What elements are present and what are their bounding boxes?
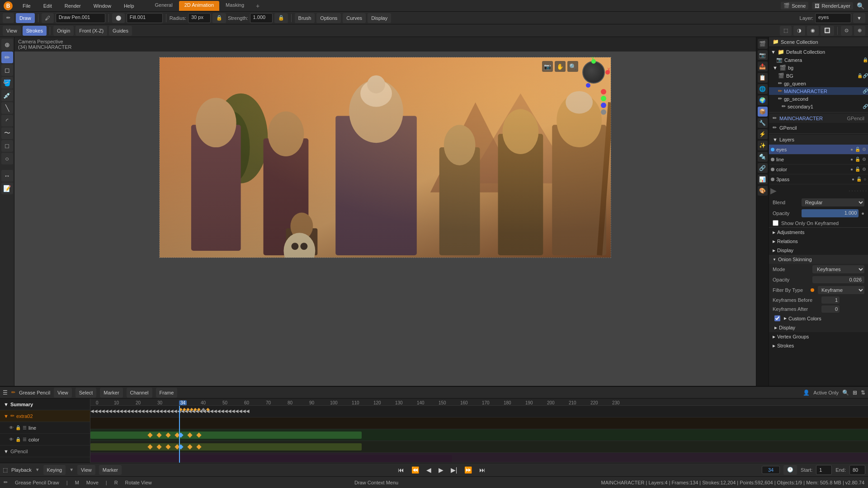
timeline-marker-btn[interactable]: Marker [100,388,123,398]
line-extra-icon[interactable]: ☰ [23,425,27,430]
layers-section-header[interactable]: ▼ Layers [769,135,868,145]
prev-frame-btn[interactable]: ◀ [425,465,433,474]
display-menu-btn[interactable]: Display [368,13,391,23]
layer-extra-line[interactable]: ⚙ [862,157,866,162]
curves-menu-btn[interactable]: Curves [343,13,366,23]
current-frame-input[interactable] [762,466,780,474]
circle-tool[interactable]: ○ [1,153,13,164]
vertex-groups-section[interactable]: ▶ Vertex Groups [769,332,868,341]
marker-playback-btn[interactable]: Marker [99,465,122,475]
tree-camera[interactable]: 📷 Camera 🔒 [769,56,868,64]
viewport-shading-2[interactable]: ◑ [793,26,805,36]
workspace-general[interactable]: General [150,1,178,11]
particles-tab[interactable]: ✨ [758,141,768,150]
shader-tab[interactable]: ⚡ [758,129,768,139]
modifier-tab[interactable]: 🔧 [758,118,768,128]
gizmo-btn[interactable]: ⊕ [854,26,865,36]
viewport-shading-4[interactable]: 🔳 [821,26,834,36]
material-tab[interactable]: 🎨 [758,186,768,196]
display-section[interactable]: ▶ Display [769,246,868,255]
cursor-tool[interactable]: ⊕ [1,39,13,51]
line-lock-icon[interactable]: 🔒 [15,425,21,430]
line-track[interactable] [90,429,868,441]
radius-value[interactable]: 30 px [188,13,211,23]
draw-tool[interactable]: ✏ [1,52,13,63]
tree-secondary1[interactable]: ✏ secondary1 🔗 [769,103,868,110]
line-vis-icon[interactable]: 👁 [9,425,14,430]
draw-mode-btn[interactable]: Draw [16,13,35,23]
timeline-select-btn[interactable]: Select [75,388,97,398]
keyframes-after-input[interactable] [821,305,840,313]
tree-gp-second[interactable]: ✏ gp_second [769,95,868,103]
guides-btn[interactable]: Guides [109,26,132,36]
layer-value[interactable]: eyes [815,13,851,23]
mode-icon-btn[interactable]: ✏ [3,13,14,23]
layer-extra-color[interactable]: ⚙ [862,167,866,172]
line-tool[interactable]: ╲ [1,102,13,114]
layer-extra-3pass[interactable]: ○ [863,177,866,182]
color-lock-icon[interactable]: 🔒 [15,437,21,442]
viewport-canvas[interactable]: 📷 ✋ 🔍 X Y Z [14,52,756,386]
box-tool[interactable]: □ [1,140,13,152]
menu-edit[interactable]: Edit [41,2,55,9]
summary-track-label[interactable]: ▼ Summary [0,399,90,410]
physics-tab[interactable]: 🔩 [758,152,768,162]
relations-section[interactable]: ▶ Relations [769,237,868,246]
scene-selector[interactable]: 🎬 Scene [781,2,808,9]
menu-file[interactable]: File [20,2,33,9]
onion-mode-select[interactable]: Keyframes [812,265,864,273]
layer-lock-icon-3pass[interactable]: 🔓 [856,177,862,182]
viewport-shading-1[interactable]: ⬚ [780,26,792,36]
curve-tool[interactable]: 〜 [1,127,13,139]
hand-nav-icon[interactable]: ✋ [555,61,566,72]
active-only-icon[interactable]: 👤 [803,389,810,396]
show-keyframed-checkbox[interactable] [773,220,778,226]
blend-select[interactable]: Regular [802,198,864,206]
object-tab[interactable]: 📦 [758,107,768,117]
timeline-frame-btn[interactable]: Frame [156,388,178,398]
camera-nav-icon[interactable]: 📷 [542,61,553,72]
scene-props-tab[interactable]: 🎬 [758,39,768,49]
filter-type-select[interactable]: Keyframe [818,286,864,294]
gpencil-track[interactable] [90,453,868,463]
fill-icon[interactable]: ⬤ [112,13,125,23]
next-keyframe-btn[interactable]: ⏩ [462,465,474,474]
fill-tool[interactable]: 🪣 [1,77,13,89]
output-props-tab[interactable]: 📤 [758,61,768,71]
color-track[interactable] [90,441,868,453]
scene-settings-tab[interactable]: 🌐 [758,84,768,94]
jump-start-btn[interactable]: ⏮ [396,465,406,474]
opacity-dot[interactable]: ● [861,211,864,216]
view-layer-props-tab[interactable]: 📋 [758,73,768,83]
layer-expand-arrow[interactable]: ▶ [770,186,777,196]
onion-skinning-header[interactable]: ▼ Onion Skinning [769,255,868,264]
object-name[interactable]: MAINCHARACTER [779,116,844,121]
layer-vis-icon-3pass[interactable]: ● [852,177,854,182]
timeline-view-btn[interactable]: View [54,388,72,398]
brush-type-icon[interactable]: 🖊 [42,13,54,23]
timeline-channel-btn[interactable]: Channel [127,388,152,398]
adjustments-section[interactable]: ▶ Adjustments [769,228,868,237]
extra02-expand[interactable]: ▼ [4,413,9,419]
workspace-masking[interactable]: Masking [220,1,250,11]
layer-line[interactable]: line ● 🔓 ⚙ [769,155,868,164]
menu-render[interactable]: Render [62,2,84,9]
eyedropper-tool[interactable]: 💉 [1,89,13,101]
gpencil-track-label[interactable]: ▼ GPencil [0,446,90,457]
color-extra-icon[interactable]: ☰ [23,437,27,442]
custom-colors-checkbox[interactable] [774,315,780,321]
layer-color[interactable]: color ● 🔓 ⚙ [769,164,868,174]
brush-menu-btn[interactable]: Brush [295,13,315,23]
view-playback-btn[interactable]: View [77,465,95,475]
viewport-shading-3[interactable]: ◉ [807,26,819,36]
playback-label[interactable]: Playback [11,467,32,473]
playback-expand-icon[interactable]: ▼ [35,467,40,472]
layer-eyes[interactable]: eyes ● 🔓 ⚙ [769,145,868,155]
strokes-section-bottom[interactable]: ▶ Strokes [769,341,868,350]
tree-bg-child[interactable]: 🎬 BG 🔒🔗 [769,72,868,80]
end-value-input[interactable] [849,465,865,475]
constraints-tab[interactable]: 🔗 [758,163,768,173]
tree-bg-parent[interactable]: ▼ 🎬 bg [769,64,868,72]
strength-value[interactable]: 1.000 [250,13,273,23]
timeline-filter-icon[interactable]: ⊞ [853,389,857,396]
